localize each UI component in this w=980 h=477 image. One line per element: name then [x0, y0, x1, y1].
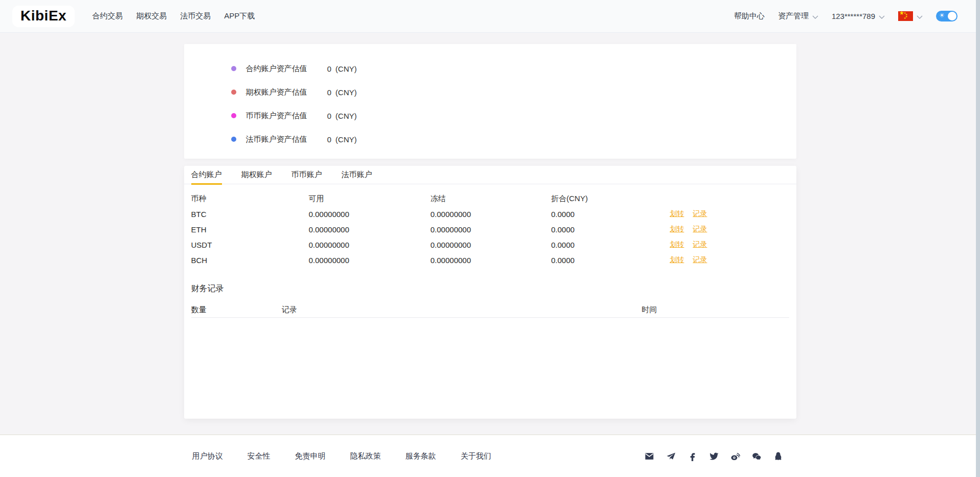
coin-name: BCH	[191, 256, 309, 265]
help-center-link[interactable]: 帮助中心	[734, 11, 765, 21]
frozen-value: 0.00000000	[431, 256, 551, 265]
logo[interactable]: KibiEx	[12, 6, 75, 27]
weibo-icon[interactable]	[730, 451, 740, 461]
col-coin: 币种	[191, 194, 309, 204]
summary-label: 法币账户资产估值	[246, 135, 327, 144]
summary-row-options: 期权账户资产估值 0 (CNY)	[231, 80, 796, 104]
col-record: 记录	[282, 305, 642, 315]
available-value: 0.00000000	[309, 210, 431, 219]
col-amount: 数量	[191, 305, 282, 315]
balances-table-header: 币种 可用 冻结 折合(CNY)	[191, 191, 789, 206]
footer-links: 用户协议 安全性 免责申明 隐私政策 服务条款 关于我们	[192, 451, 492, 461]
nav-item-app-download[interactable]: APP下载	[224, 11, 255, 21]
finance-records-header: 数量 记录 时间	[191, 302, 789, 318]
footer: 用户协议 安全性 免责申明 隐私政策 服务条款 关于我们	[0, 435, 980, 477]
frozen-value: 0.00000000	[431, 241, 551, 249]
summary-label: 合约账户资产估值	[246, 64, 327, 74]
footer-link-about-us[interactable]: 关于我们	[461, 451, 492, 461]
coin-name: BTC	[191, 210, 309, 219]
footer-social-icons	[644, 451, 783, 461]
asset-summary-card: 合约账户资产估值 0 (CNY) 期权账户资产估值 0 (CNY) 币币账户资产…	[184, 44, 796, 159]
available-value: 0.00000000	[309, 225, 431, 234]
account-number: 123******789	[832, 12, 875, 20]
footer-link-security[interactable]: 安全性	[248, 451, 271, 461]
tab-fiat-account[interactable]: 法币账户	[342, 166, 372, 184]
legend-dot-icon	[231, 90, 236, 95]
converted-value: 0.0000	[551, 225, 670, 234]
nav-item-fiat-trade[interactable]: 法币交易	[180, 11, 211, 21]
top-navbar: KibiEx 合约交易 期权交易 法币交易 APP下载 帮助中心 资产管理 12…	[0, 0, 980, 33]
footer-link-terms-of-service[interactable]: 服务条款	[406, 451, 436, 461]
accounts-card: 合约账户 期权账户 币币账户 法币账户 币种 可用 冻结 折合(CNY) BTC…	[184, 166, 796, 419]
summary-row-spot: 币币账户资产估值 0 (CNY)	[231, 104, 796, 127]
table-row-btc: BTC 0.00000000 0.00000000 0.0000 划转 记录	[191, 206, 789, 222]
facebook-icon[interactable]	[687, 451, 697, 461]
summary-row-fiat: 法币账户资产估值 0 (CNY)	[231, 127, 796, 151]
nav-item-contract-trade[interactable]: 合约交易	[92, 11, 123, 21]
twitter-icon[interactable]	[709, 451, 719, 461]
toggle-knob	[948, 12, 956, 20]
theme-toggle[interactable]: ☀	[936, 11, 957, 21]
main-nav: 合约交易 期权交易 法币交易 APP下载	[92, 11, 255, 21]
legend-dot-icon	[231, 113, 236, 118]
coin-name: USDT	[191, 241, 309, 249]
china-flag-icon: ★ ★ ★ ★ ★	[898, 11, 913, 21]
transfer-link[interactable]: 划转	[670, 255, 684, 265]
language-menu[interactable]: ★ ★ ★ ★ ★	[898, 11, 923, 21]
summary-label: 期权账户资产估值	[246, 88, 327, 97]
summary-value: 0	[327, 112, 331, 120]
footer-link-disclaimer[interactable]: 免责申明	[295, 451, 326, 461]
legend-dot-icon	[231, 137, 236, 142]
summary-unit: (CNY)	[336, 112, 357, 120]
transfer-link[interactable]: 划转	[670, 209, 684, 219]
coin-name: ETH	[191, 225, 309, 234]
summary-value: 0	[327, 88, 331, 97]
summary-value: 0	[327, 64, 331, 73]
col-converted: 折合(CNY)	[551, 194, 670, 204]
footer-link-privacy-policy[interactable]: 隐私政策	[350, 451, 381, 461]
tab-options-account[interactable]: 期权账户	[241, 166, 272, 184]
legend-dot-icon	[231, 66, 236, 71]
summary-unit: (CNY)	[336, 64, 357, 73]
available-value: 0.00000000	[309, 241, 431, 249]
chevron-down-icon	[917, 12, 923, 20]
transfer-link[interactable]: 划转	[670, 225, 684, 234]
qq-icon[interactable]	[773, 451, 783, 461]
account-menu[interactable]: 123******789	[832, 12, 885, 20]
finance-records-title: 财务记录	[191, 281, 789, 296]
nav-item-options-trade[interactable]: 期权交易	[136, 11, 167, 21]
summary-unit: (CNY)	[336, 88, 357, 97]
page-scrollbar[interactable]	[976, 0, 980, 477]
mail-icon[interactable]	[644, 451, 654, 461]
available-value: 0.00000000	[309, 256, 431, 265]
converted-value: 0.0000	[551, 210, 670, 219]
account-tabs: 合约账户 期权账户 币币账户 法币账户	[184, 166, 796, 184]
record-link[interactable]: 记录	[693, 255, 707, 265]
finance-records-empty-area	[191, 318, 789, 420]
summary-label: 币币账户资产估值	[246, 111, 327, 121]
table-row-eth: ETH 0.00000000 0.00000000 0.0000 划转 记录	[191, 222, 789, 237]
telegram-icon[interactable]	[666, 451, 676, 461]
sun-icon: ☀	[939, 12, 945, 19]
asset-management-label: 资产管理	[778, 11, 809, 21]
summary-value: 0	[327, 135, 331, 144]
navbar-right: 帮助中心 资产管理 123******789 ★ ★ ★ ★ ★	[734, 11, 957, 21]
frozen-value: 0.00000000	[431, 225, 551, 234]
transfer-link[interactable]: 划转	[670, 240, 684, 249]
table-row-usdt: USDT 0.00000000 0.00000000 0.0000 划转 记录	[191, 237, 789, 252]
tab-contract-account[interactable]: 合约账户	[191, 166, 222, 184]
asset-management-menu[interactable]: 资产管理	[778, 11, 818, 21]
balances-table: 币种 可用 冻结 折合(CNY) BTC 0.00000000 0.000000…	[184, 184, 796, 420]
col-available: 可用	[309, 194, 431, 204]
footer-link-user-agreement[interactable]: 用户协议	[192, 451, 223, 461]
summary-unit: (CNY)	[336, 135, 357, 144]
converted-value: 0.0000	[551, 241, 670, 249]
frozen-value: 0.00000000	[431, 210, 551, 219]
record-link[interactable]: 记录	[693, 240, 707, 249]
record-link[interactable]: 记录	[693, 225, 707, 234]
record-link[interactable]: 记录	[693, 209, 707, 219]
wechat-icon[interactable]	[752, 451, 762, 461]
col-frozen: 冻结	[431, 194, 551, 204]
tab-spot-account[interactable]: 币币账户	[292, 166, 322, 184]
table-row-bch: BCH 0.00000000 0.00000000 0.0000 划转 记录	[191, 252, 789, 268]
